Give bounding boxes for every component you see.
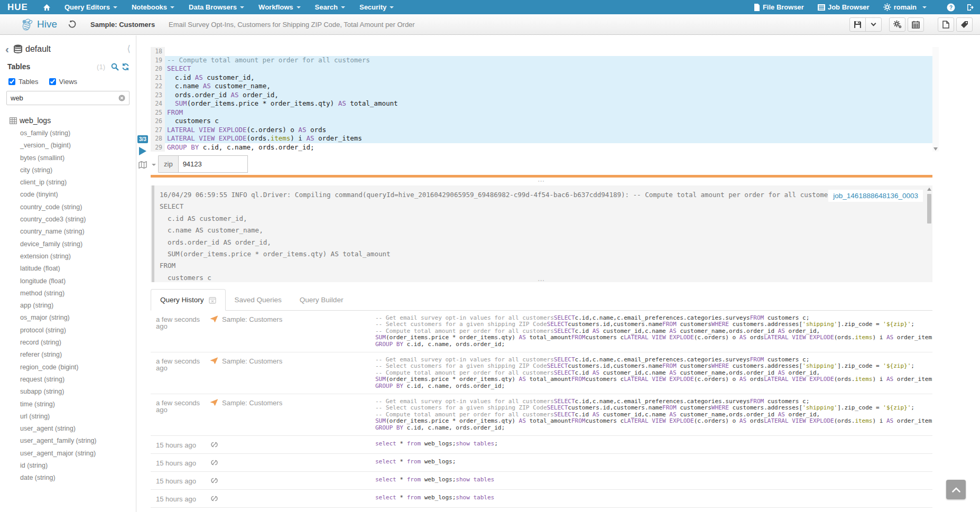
editor-line[interactable]: 27LATERAL VIEW EXPLODE(c.orders) o AS or… [151, 126, 932, 135]
history-row[interactable]: a few seconds agoSample: Customers-- Get… [151, 352, 932, 394]
tables-checkbox-input[interactable] [8, 78, 15, 85]
column-item[interactable]: request (string) [20, 374, 136, 386]
save-dropdown-button[interactable] [865, 17, 882, 32]
column-item[interactable]: device_family (string) [20, 238, 136, 250]
collapse-panel-icon[interactable]: ⟨ [127, 43, 131, 54]
variable-value-input[interactable] [178, 155, 248, 173]
editor-line[interactable]: 18 [151, 47, 932, 56]
editor-line[interactable]: 19-- Compute total amount per order for … [151, 56, 932, 65]
column-item[interactable]: record (string) [20, 337, 136, 349]
job-browser-link[interactable]: Job Browser [818, 3, 870, 11]
query-history-icon[interactable] [68, 20, 77, 29]
resize-handle[interactable]: ⋯ [151, 179, 932, 183]
column-item[interactable]: user_agent_major (string) [20, 448, 136, 460]
column-item[interactable]: user_agent_family (string) [20, 435, 136, 447]
clear-filter-icon[interactable] [118, 95, 125, 101]
column-item[interactable]: country_code3 (string) [20, 213, 136, 226]
column-item[interactable]: _version_ (bigint) [20, 139, 136, 152]
new-query-button[interactable] [938, 17, 954, 32]
column-item[interactable]: extension (string) [20, 250, 136, 263]
column-item[interactable]: url (string) [20, 411, 136, 423]
refresh-icon[interactable] [122, 63, 130, 71]
scrollbar-thumb[interactable] [927, 194, 931, 224]
help-button[interactable]: ? [947, 3, 955, 12]
database-name[interactable]: default [25, 44, 51, 54]
execute-button[interactable] [139, 147, 146, 155]
nav-menu-security[interactable]: Security [359, 3, 394, 11]
column-item[interactable]: time (string) [20, 398, 136, 411]
scroll-up-icon[interactable] [927, 188, 931, 191]
nav-menu-search[interactable]: Search [315, 3, 345, 11]
editor-line[interactable]: 24 SUM(order_items.price * order_items.q… [151, 99, 932, 108]
column-item[interactable]: latitude (float) [20, 263, 136, 275]
nav-menu-query-editors[interactable]: Query Editors [64, 3, 117, 11]
log-left-scrollbar[interactable] [152, 185, 154, 282]
tab-query-builder[interactable]: Query Builder [291, 290, 353, 310]
file-browser-link[interactable]: File Browser [754, 3, 804, 11]
editor-line[interactable]: 28LATERAL VIEW EXPLODE(ords.items) i AS … [151, 134, 932, 143]
hue-logo[interactable]: HUE [7, 2, 28, 13]
variables-toggle-button[interactable] [138, 161, 156, 169]
column-item[interactable]: city (string) [20, 164, 136, 176]
column-item[interactable]: bytes (smallint) [20, 152, 136, 164]
column-item[interactable]: app (string) [20, 300, 136, 312]
editor-line[interactable]: 23 ords.order_id AS order_id, [151, 91, 932, 100]
column-item[interactable]: referer (string) [20, 349, 136, 361]
column-item[interactable]: os_major (string) [20, 312, 136, 324]
history-row[interactable]: 15 hours agoselect * from web_logs;show … [151, 508, 932, 512]
column-item[interactable]: subapp (string) [20, 386, 136, 398]
filter-views-checkbox[interactable]: Views [49, 78, 77, 86]
column-item[interactable]: client_ip (string) [20, 176, 136, 189]
table-item-web-logs[interactable]: web_logs [0, 105, 136, 125]
filter-tables-checkbox[interactable]: Tables [8, 78, 39, 86]
column-item[interactable]: id (string) [20, 460, 136, 472]
column-item[interactable]: date (string) [20, 472, 136, 484]
nav-menu-notebooks[interactable]: Notebooks [132, 3, 174, 11]
history-row[interactable]: a few seconds agoSample: Customers-- Get… [151, 394, 932, 436]
column-item[interactable]: os_family (string) [20, 127, 136, 139]
editor-line[interactable]: 22 c.name AS customer_name, [151, 82, 932, 91]
search-icon[interactable] [111, 63, 119, 71]
editor-line[interactable]: 26 customers c [151, 117, 932, 126]
column-item[interactable]: region_code (bigint) [20, 361, 136, 374]
logout-button[interactable] [967, 4, 975, 11]
save-button[interactable] [849, 17, 866, 32]
scroll-down-icon[interactable] [933, 147, 938, 151]
editor-line[interactable]: 20SELECT [151, 64, 932, 73]
resize-handle[interactable]: ⋯ [151, 278, 932, 283]
editor-line[interactable]: 29GROUP BY c.id, c.name, ords.order_id; [151, 143, 932, 152]
app-name[interactable]: Hive [37, 18, 57, 30]
column-item[interactable]: protocol (string) [20, 324, 136, 337]
home-icon[interactable] [43, 4, 51, 11]
user-menu[interactable]: romain [883, 3, 927, 11]
job-link[interactable]: job_1461888648136_0003 [828, 190, 923, 202]
schedule-button[interactable] [908, 17, 924, 32]
column-item[interactable]: user_agent (string) [20, 423, 136, 435]
tab-query-history[interactable]: Query History [151, 289, 226, 311]
tab-saved-queries[interactable]: Saved Queries [226, 290, 291, 310]
column-item[interactable]: method (string) [20, 287, 136, 300]
history-row[interactable]: 15 hours agoselect * from web_logs;show … [151, 472, 932, 490]
log-scrollbar[interactable] [926, 187, 932, 281]
editor-line[interactable]: 25FROM [151, 108, 932, 117]
history-row[interactable]: 15 hours agoselect * from web_logs;show … [151, 436, 932, 454]
scroll-to-top-button[interactable] [946, 480, 966, 499]
tags-button[interactable] [956, 17, 973, 32]
history-row[interactable]: 15 hours agoselect * from web_logs;show … [151, 490, 932, 508]
column-item[interactable]: country_name (string) [20, 226, 136, 238]
back-chevron-icon[interactable]: ‹ [5, 44, 9, 54]
views-checkbox-input[interactable] [49, 78, 56, 85]
history-row[interactable]: 15 hours agoselect * from web_logs; [151, 454, 932, 472]
sql-editor[interactable]: 1819-- Compute total amount per order fo… [151, 47, 932, 152]
nav-menu-data-browsers[interactable]: Data Browsers [189, 3, 244, 11]
nav-menu-workflows[interactable]: Workflows [258, 3, 301, 11]
history-row[interactable]: a few seconds agoSample: Customers-- Get… [151, 311, 932, 352]
editor-line[interactable]: 21 c.id AS customer_id, [151, 73, 932, 82]
calendar-x-icon[interactable] [209, 296, 216, 304]
table-filter-input[interactable] [11, 94, 118, 102]
column-item[interactable]: longitude (float) [20, 275, 136, 287]
settings-button[interactable] [889, 17, 905, 32]
column-item[interactable]: country_code (string) [20, 201, 136, 213]
column-item[interactable]: code (tinyint) [20, 189, 136, 201]
editor-scrollbar[interactable] [932, 47, 939, 152]
